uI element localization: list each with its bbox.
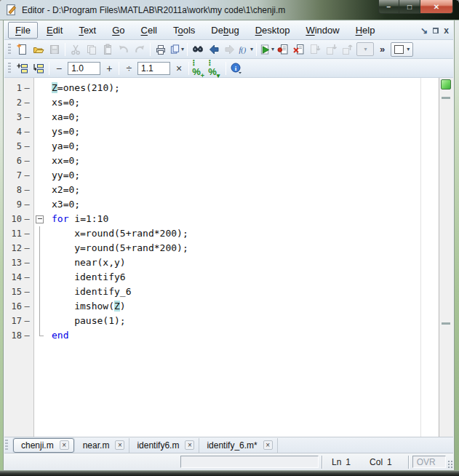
menu-window[interactable]: Window xyxy=(298,22,346,39)
breakpoint-dash[interactable]: – xyxy=(22,110,32,124)
insert-cell-around-icon[interactable] xyxy=(31,60,47,76)
breakpoint-dash[interactable]: – xyxy=(22,95,32,110)
decrement-button[interactable]: − xyxy=(52,60,66,76)
line-number: 15 xyxy=(4,285,22,299)
multiply-value-field[interactable] xyxy=(137,62,170,75)
tab-close-icon[interactable]: × xyxy=(115,440,124,450)
dock-icon[interactable]: ↘ xyxy=(420,26,428,35)
breakpoint-dash[interactable]: – xyxy=(22,255,32,270)
menu-cell[interactable]: Cell xyxy=(134,22,164,39)
tab-identify6-m[interactable]: identify6.m× xyxy=(129,438,199,453)
breakpoint-dash[interactable]: – xyxy=(22,226,32,241)
tab-near-m[interactable]: near.m× xyxy=(76,438,130,453)
stack-dropdown: ▾ xyxy=(356,42,374,56)
tab-close-icon[interactable]: × xyxy=(263,440,273,450)
column-value: 1 xyxy=(387,457,392,467)
fold-margin xyxy=(34,81,46,95)
stack-combo[interactable]: ▾ xyxy=(391,42,413,57)
tab-close-icon[interactable]: × xyxy=(60,440,69,450)
breakpoint-dash[interactable]: – xyxy=(22,285,32,299)
code-line-8: x2=0; xyxy=(34,183,439,197)
new-file-button[interactable] xyxy=(15,41,31,57)
step-in-button xyxy=(323,41,339,57)
close-button[interactable]: ✕ xyxy=(420,0,453,14)
menu-debug[interactable]: Debug xyxy=(204,22,246,39)
fold-toggle-icon[interactable] xyxy=(34,212,46,226)
maximize-button[interactable]: □ xyxy=(399,0,420,14)
main-toolbar: ▾f()▾▾ ▾ » ▾ xyxy=(4,40,453,59)
line-number: 12 xyxy=(4,241,22,255)
breakpoint-dash[interactable]: – xyxy=(22,183,32,197)
breakpoint-dash[interactable]: – xyxy=(22,314,32,328)
insert-cell-divider-icon[interactable] xyxy=(15,60,31,76)
find-button[interactable] xyxy=(190,41,206,57)
breakpoint-dash[interactable]: – xyxy=(22,299,32,314)
stack-swatch xyxy=(394,45,404,54)
restore-icon[interactable] xyxy=(433,28,439,33)
breakpoint-dash[interactable]: – xyxy=(22,328,32,343)
code-line-17: pause(1); xyxy=(34,314,439,328)
message-marker[interactable] xyxy=(442,97,450,99)
set-breakpoint-button[interactable] xyxy=(275,41,291,57)
editor-window: Editor - D:\Program Files\MATLAB\R2011a\… xyxy=(0,0,459,476)
breakpoint-dash[interactable]: – xyxy=(22,124,32,139)
minimize-button[interactable]: − xyxy=(378,0,399,14)
status-message-field xyxy=(180,456,319,468)
breakpoint-dash[interactable]: – xyxy=(22,154,32,168)
toolbar-overflow-chevron[interactable]: » xyxy=(380,44,385,55)
chevron-down-icon: ▾ xyxy=(407,46,410,52)
line-number: 16 xyxy=(4,299,22,314)
line-number: 2 xyxy=(4,95,22,110)
menu-desktop[interactable]: Desktop xyxy=(248,22,298,39)
message-marker[interactable] xyxy=(442,322,450,325)
eval-cell-icon[interactable]: ⁝%+ xyxy=(191,60,207,76)
message-indicator-bar xyxy=(439,78,453,437)
code-line-14: identify6 xyxy=(34,270,439,285)
code-editor: 1–2–3–4–5–6–7–8–9–10–11–12–13–14–15–16–1… xyxy=(4,78,453,437)
tabbar-grip[interactable] xyxy=(5,440,8,451)
code-pane[interactable]: Z=ones(210);xs=0;xa=0;ys=0;ya=0;xx=0;yy=… xyxy=(34,78,439,437)
breakpoint-dash[interactable]: – xyxy=(22,81,32,95)
run-button[interactable]: ▾ xyxy=(259,41,275,57)
tab-identify-6-m-[interactable]: identify_6.m*× xyxy=(199,438,277,453)
increment-button[interactable]: + xyxy=(102,60,116,76)
breakpoint-dash[interactable]: – xyxy=(22,212,32,226)
clear-breakpoints-button[interactable] xyxy=(291,41,307,57)
tab-chenji-m[interactable]: chenji.m× xyxy=(13,438,74,453)
menu-help[interactable]: Help xyxy=(348,22,383,39)
multiply-button[interactable]: × xyxy=(172,60,186,76)
breakpoint-dash[interactable]: – xyxy=(22,139,32,154)
matlab-editor-icon xyxy=(5,4,17,16)
redo-button xyxy=(132,41,148,57)
fold-margin xyxy=(34,226,46,241)
breakpoint-dash[interactable]: – xyxy=(22,270,32,285)
divide-button[interactable]: ÷ xyxy=(121,60,136,76)
print-button[interactable] xyxy=(153,41,169,57)
publish-button[interactable]: ▾ xyxy=(169,41,185,57)
line-number: 6 xyxy=(4,154,22,168)
tab-close-icon[interactable]: × xyxy=(185,440,194,450)
breakpoint-dash[interactable]: – xyxy=(22,168,32,183)
open-button[interactable] xyxy=(31,41,47,57)
breakpoint-dash[interactable]: – xyxy=(22,241,32,255)
code-ok-indicator[interactable] xyxy=(441,79,451,90)
eval-cell-advance-icon[interactable]: ⁝%▾ xyxy=(207,60,223,76)
resize-grip[interactable] xyxy=(447,460,452,469)
toolbar-grip[interactable] xyxy=(8,44,11,55)
menu-file[interactable]: File xyxy=(8,22,38,39)
line-number: 1 xyxy=(4,81,22,95)
increment-value-field[interactable] xyxy=(68,62,100,75)
toolbar-grip[interactable] xyxy=(8,63,11,74)
go-back-button[interactable] xyxy=(206,41,222,57)
code-line-10: for i=1:10 xyxy=(34,212,439,226)
menu-edit[interactable]: Edit xyxy=(39,22,70,39)
menu-text[interactable]: Text xyxy=(71,22,103,39)
close-icon[interactable]: x xyxy=(444,25,449,36)
menu-go[interactable]: Go xyxy=(105,22,132,39)
info-icon[interactable]: i xyxy=(228,60,244,76)
menu-tools[interactable]: Tools xyxy=(166,22,202,39)
line-number: 5 xyxy=(4,139,22,154)
function-browser-button[interactable]: f()▾ xyxy=(238,41,254,57)
breakpoint-dash[interactable]: – xyxy=(22,197,32,212)
code-line-1: Z=ones(210); xyxy=(34,81,439,95)
